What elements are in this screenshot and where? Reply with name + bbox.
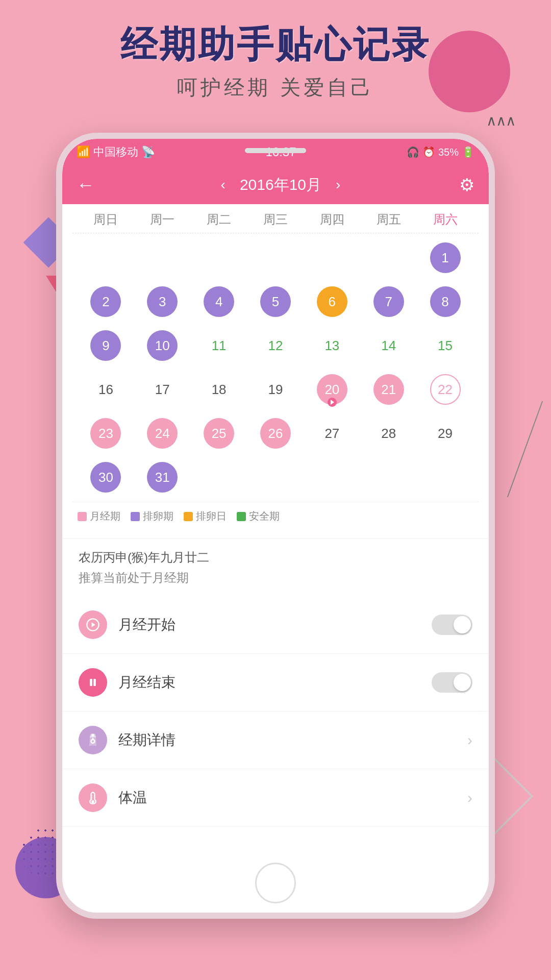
cal-cell-empty xyxy=(247,457,304,498)
cal-cell-11[interactable]: 11 xyxy=(191,325,247,366)
cal-cell-27[interactable]: 27 xyxy=(304,413,360,454)
cal-cell-23[interactable]: 23 xyxy=(78,413,134,454)
day-headers: 周日 周一 周二 周三 周四 周五 周六 xyxy=(72,204,479,233)
cal-cell-8[interactable]: 8 xyxy=(417,281,473,322)
day-header-sat: 周六 xyxy=(417,211,473,228)
cal-cell-21[interactable]: 21 xyxy=(360,369,417,410)
menu-item-start[interactable]: 月经开始 xyxy=(62,596,489,654)
cal-cell-6[interactable]: 6 xyxy=(304,281,360,322)
cal-cell-empty xyxy=(191,457,247,498)
calendar-area: 周日 周一 周二 周三 周四 周五 周六 1 2 3 xyxy=(62,204,489,538)
legend-menstrual: 月经期 xyxy=(78,509,120,523)
start-toggle[interactable] xyxy=(432,615,472,635)
cal-cell-26[interactable]: 26 xyxy=(247,413,304,454)
cal-cell-7[interactable]: 7 xyxy=(360,281,417,322)
back-button[interactable]: ← xyxy=(77,174,102,195)
settings-button[interactable]: ⚙ xyxy=(459,175,474,195)
menu-item-end[interactable]: 月经结束 xyxy=(62,654,489,712)
info-section: 农历丙申(猴)年九月廿二 推算当前处于月经期 xyxy=(62,538,489,591)
cal-cell-empty xyxy=(134,237,191,278)
battery-text: 35% xyxy=(438,146,459,158)
legend-ovulation: 排卵期 xyxy=(131,509,173,523)
cal-cell-16[interactable]: 16 xyxy=(78,369,134,410)
next-month-button[interactable]: › xyxy=(336,177,340,193)
app-subtitle: 呵护经期 关爱自己 xyxy=(0,74,551,102)
cal-cell-10[interactable]: 10 xyxy=(134,325,191,366)
status-left: 📶 中国移动 📡 xyxy=(77,144,155,160)
status-right: 🎧 ⏰ 35% 🔋 xyxy=(407,146,474,158)
svg-rect-3 xyxy=(93,679,96,686)
cal-cell-empty xyxy=(78,237,134,278)
cal-cell-20[interactable]: 20 xyxy=(304,369,360,410)
headphone-icon: 🎧 xyxy=(407,146,419,158)
legend-label-ovulation-day: 排卵日 xyxy=(196,509,227,523)
day-header-mon: 周一 xyxy=(134,211,191,228)
legend-label-safe: 安全期 xyxy=(249,509,280,523)
svg-marker-1 xyxy=(92,622,95,627)
cal-cell-13[interactable]: 13 xyxy=(304,325,360,366)
month-nav: ‹ 2016年10月 › xyxy=(221,175,341,195)
legend-safe: 安全期 xyxy=(237,509,280,523)
cal-cell-5[interactable]: 5 xyxy=(247,281,304,322)
legend-ovulation-day: 排卵日 xyxy=(184,509,227,523)
lunar-date: 农历丙申(猴)年九月廿二 xyxy=(79,549,472,566)
temp-label: 体温 xyxy=(118,788,467,807)
menu-item-details[interactable]: 经期详情 › xyxy=(62,712,489,769)
end-icon xyxy=(79,668,107,697)
cal-cell-empty xyxy=(191,237,247,278)
legend-label-ovulation: 排卵期 xyxy=(143,509,173,523)
legend-dot-orange xyxy=(184,512,193,521)
day-header-wed: 周三 xyxy=(247,211,304,228)
cal-cell-15[interactable]: 15 xyxy=(417,325,473,366)
legend-label-menstrual: 月经期 xyxy=(90,509,120,523)
wifi-icon: 📡 xyxy=(141,145,155,159)
cal-cell-24[interactable]: 24 xyxy=(134,413,191,454)
cal-cell-28[interactable]: 28 xyxy=(360,413,417,454)
legend-dot-purple xyxy=(131,512,140,521)
cal-cell-29[interactable]: 29 xyxy=(417,413,473,454)
cal-cell-18[interactable]: 18 xyxy=(191,369,247,410)
legend-dot-green xyxy=(237,512,246,521)
cal-cell-3[interactable]: 3 xyxy=(134,281,191,322)
phone-speaker xyxy=(245,148,306,153)
svg-rect-2 xyxy=(90,679,92,686)
cal-cell-12[interactable]: 12 xyxy=(247,325,304,366)
temp-chevron: › xyxy=(467,789,472,806)
cal-cell-4[interactable]: 4 xyxy=(191,281,247,322)
cal-cell-19[interactable]: 19 xyxy=(247,369,304,410)
day-header-sun: 周日 xyxy=(78,211,134,228)
cal-cell-empty xyxy=(360,457,417,498)
end-toggle[interactable] xyxy=(432,672,472,693)
cal-cell-31[interactable]: 31 xyxy=(134,457,191,498)
prev-month-button[interactable]: ‹ xyxy=(221,177,226,193)
calendar-legend: 月经期 排卵期 排卵日 安全期 xyxy=(72,502,479,528)
phone-home-button[interactable] xyxy=(255,863,296,903)
day-header-tue: 周二 xyxy=(191,211,247,228)
top-title-area: 经期助手贴心记录 呵护经期 关爱自己 xyxy=(0,20,551,102)
cal-cell-empty xyxy=(304,237,360,278)
carrier-text: 中国移动 xyxy=(93,144,138,160)
cal-cell-9[interactable]: 9 xyxy=(78,325,134,366)
cal-cell-30[interactable]: 30 xyxy=(78,457,134,498)
cal-cell-empty xyxy=(304,457,360,498)
app-header: ← ‹ 2016年10月 › ⚙ xyxy=(62,165,489,204)
cal-cell-14[interactable]: 14 xyxy=(360,325,417,366)
svg-point-8 xyxy=(91,800,94,803)
menu-list: 月经开始 月经结束 xyxy=(62,596,489,827)
day-header-thu: 周四 xyxy=(304,211,360,228)
phone-mockup: 📶 中国移动 📡 16:37 🎧 ⏰ 35% 🔋 ← ‹ 2016年10月 › … xyxy=(56,133,495,919)
cal-cell-empty xyxy=(360,237,417,278)
calendar-grid: 1 2 3 4 5 6 7 8 9 10 11 12 13 14 15 16 1… xyxy=(72,233,479,502)
legend-dot-pink xyxy=(78,512,87,521)
app-title: 经期助手贴心记录 xyxy=(0,20,551,69)
cal-cell-22[interactable]: 22 xyxy=(417,369,473,410)
details-label: 经期详情 xyxy=(118,730,467,750)
details-chevron: › xyxy=(467,731,472,749)
cal-cell-1[interactable]: 1 xyxy=(417,237,473,278)
menu-item-temp[interactable]: 体温 › xyxy=(62,769,489,827)
current-month: 2016年10月 xyxy=(240,175,321,195)
cal-cell-2[interactable]: 2 xyxy=(78,281,134,322)
cal-cell-17[interactable]: 17 xyxy=(134,369,191,410)
cycle-status: 推算当前处于月经期 xyxy=(79,570,472,586)
cal-cell-25[interactable]: 25 xyxy=(191,413,247,454)
